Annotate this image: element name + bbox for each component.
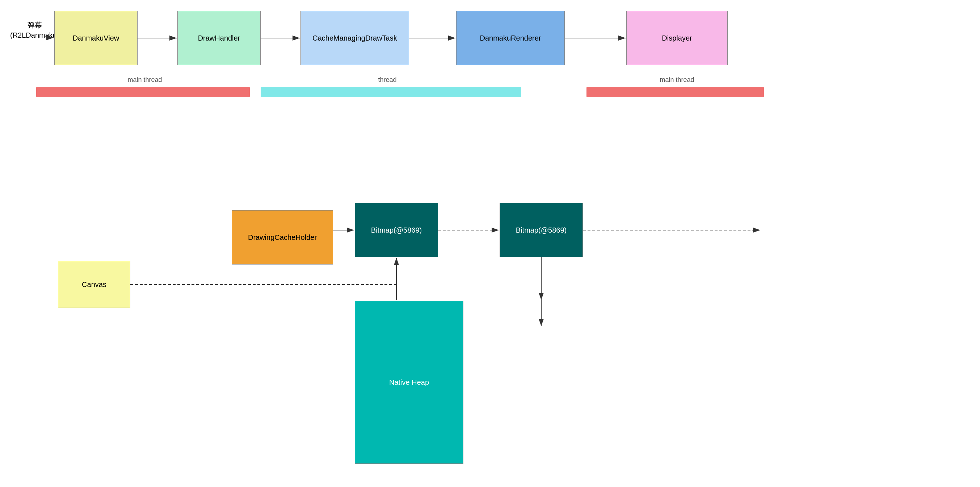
main-thread-label-left: main thread bbox=[36, 76, 253, 84]
canvas-node: Canvas bbox=[58, 261, 130, 308]
danmaku-renderer-node: DanmakuRenderer bbox=[456, 11, 565, 65]
bitmap-2-node: Bitmap(@5869) bbox=[500, 203, 583, 257]
thread-bar-red-left bbox=[36, 87, 250, 97]
thread-bar-red-right bbox=[587, 87, 764, 97]
danmaku-view-node: DanmakuView bbox=[54, 11, 138, 65]
arrows-svg bbox=[0, 0, 980, 487]
drawing-cache-holder-node: DrawingCacheHolder bbox=[232, 210, 333, 265]
displayer-node: Displayer bbox=[626, 11, 728, 65]
cache-managing-node: CacheManagingDrawTask bbox=[301, 11, 409, 65]
draw-handler-node: DrawHandler bbox=[177, 11, 261, 65]
thread-label-center: thread bbox=[261, 76, 514, 84]
bitmap-1-node: Bitmap(@5869) bbox=[355, 203, 438, 257]
danmaku-label: 弹幕 (R2LDanmaku) bbox=[10, 20, 59, 40]
native-heap-node: Native Heap bbox=[355, 301, 463, 464]
diagram: 弹幕 (R2LDanmaku) DanmakuView DrawHandler … bbox=[0, 0, 980, 487]
thread-bar-cyan bbox=[261, 87, 521, 97]
main-thread-label-right: main thread bbox=[587, 76, 767, 84]
